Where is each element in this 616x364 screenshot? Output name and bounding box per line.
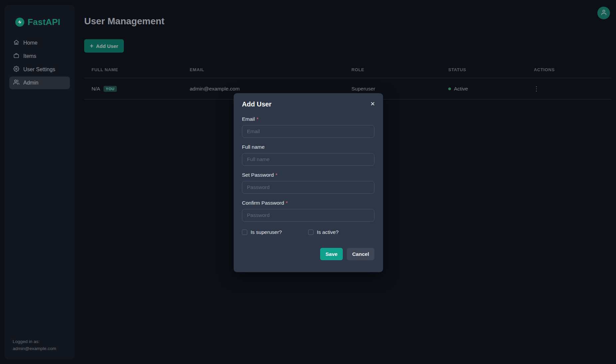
add-user-button-label: Add User bbox=[96, 43, 118, 49]
column-header-full-name: FULL NAME bbox=[84, 67, 182, 72]
cancel-button[interactable]: Cancel bbox=[347, 248, 374, 260]
full-name-label: Full name bbox=[242, 144, 374, 150]
add-user-button[interactable]: + Add User bbox=[84, 39, 124, 53]
logged-in-as-label: Logged in as: bbox=[13, 338, 56, 345]
column-header-actions: ACTIONS bbox=[526, 67, 612, 72]
checkbox-icon bbox=[242, 230, 247, 235]
set-password-label-text: Set Password bbox=[242, 172, 274, 178]
modal-title: Add User bbox=[242, 100, 272, 108]
is-active-checkbox[interactable]: Is active? bbox=[308, 229, 338, 235]
sidebar-item-admin[interactable]: Admin bbox=[9, 77, 70, 89]
sidebar: FastAPI Home Items User Settings Admin bbox=[5, 5, 75, 359]
table-header-row: FULL NAME EMAIL ROLE STATUS ACTIONS bbox=[84, 62, 612, 78]
page-title: User Management bbox=[84, 16, 164, 27]
is-active-label: Is active? bbox=[317, 229, 338, 235]
column-header-email: EMAIL bbox=[182, 67, 344, 72]
full-name-value: N/A bbox=[92, 86, 100, 92]
users-icon bbox=[13, 79, 19, 87]
cell-role: Superuser bbox=[344, 86, 441, 92]
plus-icon: + bbox=[90, 43, 94, 49]
modal-header: Add User ✕ bbox=[234, 93, 383, 108]
modal-footer: Save Cancel bbox=[234, 248, 383, 260]
sidebar-nav: Home Items User Settings Admin bbox=[9, 37, 70, 89]
checkbox-row: Is superuser? Is active? bbox=[242, 229, 374, 235]
set-password-field-group: Set Password * bbox=[242, 172, 374, 194]
confirm-password-field-group: Confirm Password * bbox=[242, 200, 374, 222]
sidebar-item-user-settings[interactable]: User Settings bbox=[9, 63, 70, 76]
you-badge: YOU bbox=[103, 86, 117, 92]
confirm-password-label: Confirm Password * bbox=[242, 200, 374, 206]
briefcase-icon bbox=[13, 53, 19, 60]
fastapi-bolt-icon bbox=[15, 18, 24, 27]
is-superuser-label: Is superuser? bbox=[251, 229, 282, 235]
confirm-password-field[interactable] bbox=[242, 209, 374, 222]
sidebar-item-label: Home bbox=[23, 40, 38, 46]
cell-full-name: N/A YOU bbox=[84, 86, 182, 92]
required-asterisk: * bbox=[257, 116, 259, 122]
set-password-field[interactable] bbox=[242, 181, 374, 194]
logged-in-as: Logged in as: admin@example.com bbox=[13, 338, 56, 352]
email-label: Email * bbox=[242, 116, 374, 122]
column-header-status: STATUS bbox=[441, 67, 526, 72]
add-user-modal: Add User ✕ Email * Full name Set Passwor… bbox=[234, 93, 383, 272]
save-button[interactable]: Save bbox=[320, 248, 343, 260]
sidebar-item-items[interactable]: Items bbox=[9, 50, 70, 63]
user-icon bbox=[601, 9, 607, 17]
email-field[interactable] bbox=[242, 125, 374, 138]
required-asterisk: * bbox=[276, 172, 278, 178]
email-label-text: Email bbox=[242, 116, 255, 122]
sidebar-item-label: User Settings bbox=[23, 67, 55, 73]
set-password-label: Set Password * bbox=[242, 172, 374, 178]
cell-actions: ⋮ bbox=[526, 84, 612, 94]
status-value: Active bbox=[454, 86, 468, 92]
close-icon[interactable]: ✕ bbox=[370, 100, 376, 107]
is-superuser-checkbox[interactable]: Is superuser? bbox=[242, 229, 308, 235]
confirm-password-label-text: Confirm Password bbox=[242, 200, 284, 206]
sidebar-item-label: Items bbox=[23, 53, 36, 59]
logged-in-as-email: admin@example.com bbox=[13, 345, 56, 352]
cell-status: Active bbox=[441, 86, 526, 92]
row-actions-kebab-button[interactable]: ⋮ bbox=[531, 84, 542, 94]
checkbox-icon bbox=[308, 230, 313, 235]
modal-body: Email * Full name Set Password * Confirm… bbox=[234, 108, 383, 235]
column-header-role: ROLE bbox=[344, 67, 441, 72]
required-asterisk: * bbox=[286, 200, 288, 206]
gear-icon bbox=[13, 66, 19, 73]
full-name-label-text: Full name bbox=[242, 144, 265, 150]
email-field-group: Email * bbox=[242, 116, 374, 138]
status-dot-icon bbox=[448, 88, 451, 90]
cell-email: admin@example.com bbox=[182, 86, 344, 92]
brand-logo: FastAPI bbox=[15, 17, 75, 27]
sidebar-item-home[interactable]: Home bbox=[9, 37, 70, 49]
sidebar-item-label: Admin bbox=[23, 80, 38, 86]
user-menu-avatar-button[interactable] bbox=[597, 7, 610, 19]
full-name-field[interactable] bbox=[242, 153, 374, 166]
home-icon bbox=[13, 39, 19, 47]
full-name-field-group: Full name bbox=[242, 144, 374, 166]
brand-name: FastAPI bbox=[28, 17, 60, 27]
